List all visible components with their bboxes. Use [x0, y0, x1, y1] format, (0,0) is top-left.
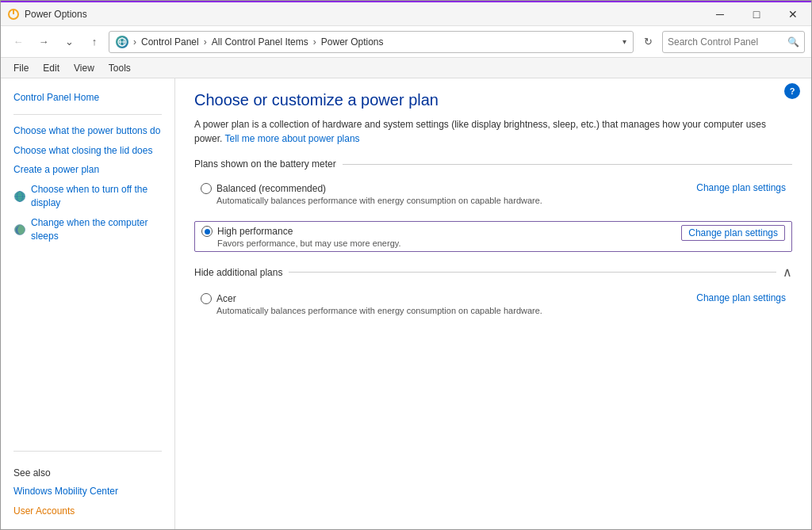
plan-name-balanced: Balanced (recommended) [216, 183, 326, 194]
menu-tools[interactable]: Tools [102, 61, 137, 75]
up-button[interactable]: ↑ [83, 31, 105, 53]
menu-view[interactable]: View [67, 61, 101, 75]
plan-desc-acer: Automatically balances performance with … [216, 306, 542, 315]
globe-icon [13, 190, 26, 203]
plan-item-acer: Acer Automatically balances performance … [194, 289, 792, 318]
maximize-button[interactable]: □ [738, 2, 775, 27]
help-icon[interactable]: ? [784, 83, 800, 99]
battery-plans-section: Plans shown on the battery meter Balance… [194, 158, 792, 252]
path-all-items[interactable]: All Control Panel Items [212, 36, 308, 48]
menu-bar: File Edit View Tools [1, 58, 811, 78]
sidebar-item-power-buttons[interactable]: Choose what the power buttons do [1, 121, 174, 141]
hide-additional-plans-header: Hide additional plans [194, 267, 282, 278]
minimize-button[interactable]: ─ [702, 2, 738, 27]
menu-file[interactable]: File [7, 61, 35, 75]
sidebar-link-user-accounts[interactable]: User Accounts [1, 501, 174, 521]
sidebar-item-closing-lid[interactable]: Choose what closing the lid does [1, 141, 174, 161]
path-control-panel[interactable]: Control Panel [141, 36, 199, 48]
radio-acer[interactable] [201, 293, 212, 304]
radio-selected-indicator [205, 229, 210, 234]
plan-item-high-performance: High performance Favors performance, but… [194, 221, 792, 252]
path-dropdown-button[interactable]: ▾ [622, 37, 626, 46]
menu-edit[interactable]: Edit [36, 61, 66, 75]
plan-name-acer: Acer [216, 293, 236, 304]
plans-shown-header: Plans shown on the battery meter [194, 158, 336, 170]
search-icon: 🔍 [787, 36, 799, 48]
search-input[interactable] [668, 36, 787, 48]
section-divider-1 [343, 164, 792, 165]
learn-more-link[interactable]: Tell me more about power plans [224, 133, 359, 144]
recent-button[interactable]: ⌄ [58, 31, 80, 53]
plan-item-balanced: Balanced (recommended) Automatically bal… [194, 179, 792, 208]
change-plan-link-high-performance[interactable]: Change plan settings [681, 225, 785, 241]
sidebar-item-turn-off-display[interactable]: Choose when to turn off the display [1, 180, 174, 213]
page-title: Choose or customize a power plan [194, 91, 792, 109]
path-separator-1: › [133, 36, 136, 48]
radio-balanced[interactable] [201, 183, 212, 194]
forward-button[interactable]: → [33, 31, 55, 53]
radio-high-performance[interactable] [201, 226, 213, 237]
path-globe-icon [116, 36, 128, 48]
toggle-plans-button[interactable]: ∧ [783, 265, 792, 280]
close-button[interactable]: ✕ [775, 2, 811, 27]
plan-desc-high-performance: Favors performance, but may use more ene… [217, 238, 401, 248]
address-path-bar[interactable]: › Control Panel › All Control Panel Item… [109, 31, 634, 53]
refresh-button[interactable]: ↻ [637, 31, 659, 53]
sleep-icon [13, 223, 26, 236]
content-area: ? Choose or customize a power plan A pow… [175, 78, 811, 530]
power-options-icon [7, 8, 20, 21]
sidebar-link-mobility-center[interactable]: Windows Mobility Center [1, 482, 174, 501]
plan-name-high-performance: High performance [217, 226, 293, 237]
plan-desc-balanced: Automatically balances performance with … [216, 196, 542, 205]
sidebar-divider-2 [13, 451, 162, 452]
search-box: 🔍 [662, 31, 805, 53]
back-button[interactable]: ← [7, 31, 29, 53]
window-title: Power Options [25, 9, 87, 20]
path-separator-3: › [313, 36, 316, 48]
change-plan-link-balanced[interactable]: Change plan settings [696, 182, 786, 193]
sidebar-divider-1 [13, 114, 162, 115]
sidebar-item-computer-sleeps[interactable]: Change when the computer sleeps [1, 213, 174, 246]
page-description: A power plan is a collection of hardware… [194, 117, 792, 146]
see-also-label: See also [1, 458, 174, 482]
sidebar: Control Panel Home Choose what the power… [1, 78, 175, 530]
path-power-options[interactable]: Power Options [321, 36, 384, 48]
additional-plans-section: Hide additional plans ∧ Acer Automatical… [194, 265, 792, 318]
change-plan-link-acer[interactable]: Change plan settings [696, 292, 786, 303]
sidebar-item-create-plan[interactable]: Create a power plan [1, 160, 174, 180]
path-separator-2: › [204, 36, 207, 48]
section-divider-2 [289, 272, 776, 273]
sidebar-item-control-panel-home[interactable]: Control Panel Home [1, 88, 174, 108]
